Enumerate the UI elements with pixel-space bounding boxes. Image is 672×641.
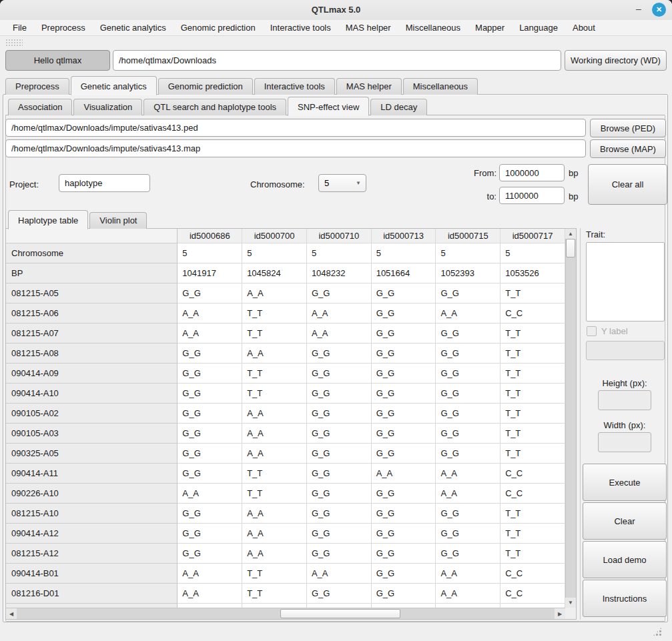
column-header-id5000686[interactable]: id5000686	[178, 229, 242, 243]
table-cell[interactable]: T_T	[500, 384, 565, 404]
table-cell[interactable]: A_A	[242, 344, 307, 364]
table-cell[interactable]: G_G	[178, 504, 242, 524]
hello-button[interactable]: Hello qtlmax	[5, 50, 110, 71]
scroll-left-arrow-icon[interactable]: ◀	[6, 608, 17, 619]
tab-genomic-prediction[interactable]: Genomic prediction	[158, 78, 253, 95]
table-cell[interactable]: G_G	[307, 424, 372, 444]
clear-all-button[interactable]: Clear all	[588, 164, 667, 205]
menu-interactive-tools[interactable]: Interactive tools	[263, 21, 338, 35]
column-header-id5000717[interactable]: id5000717	[500, 229, 565, 243]
table-cell[interactable]: A_A	[178, 564, 242, 584]
table-cell[interactable]: G_G	[178, 464, 242, 484]
table-cell[interactable]: A_A	[436, 464, 500, 484]
table-cell[interactable]: C_C	[500, 584, 565, 604]
table-cell[interactable]: G_G	[307, 404, 372, 424]
table-cell[interactable]: G_G	[372, 384, 436, 404]
table-cell[interactable]: G_G	[307, 384, 372, 404]
column-header-id5000713[interactable]: id5000713	[372, 229, 436, 243]
row-label[interactable]: 081216-D01	[6, 584, 178, 604]
width-px-input[interactable]	[598, 432, 651, 452]
row-label[interactable]: 090414-A09	[6, 364, 178, 384]
table-cell[interactable]: 5	[436, 243, 500, 263]
table-cell[interactable]: G_G	[307, 344, 372, 364]
table-cell[interactable]: G_G	[307, 283, 372, 303]
table-cell[interactable]: G_G	[436, 404, 500, 424]
browse-map-button[interactable]: Browse (MAP)	[590, 139, 666, 158]
table-cell[interactable]: A_A	[178, 303, 242, 324]
browse-ped-button[interactable]: Browse (PED)	[590, 119, 666, 137]
row-label[interactable]: 090414-B01	[6, 564, 178, 584]
table-cell[interactable]: A_A	[307, 564, 372, 584]
instructions-button[interactable]: Instructions	[583, 580, 667, 617]
scroll-down-arrow-icon[interactable]: ▼	[565, 598, 576, 608]
table-cell[interactable]: G_G	[436, 344, 500, 364]
tab-interactive-tools[interactable]: Interactive tools	[254, 78, 335, 95]
table-cell[interactable]: G_G	[372, 283, 436, 303]
row-label[interactable]: 090414-A12	[6, 524, 178, 544]
execute-button[interactable]: Execute	[583, 464, 667, 501]
table-cell[interactable]: A_A	[307, 303, 372, 324]
table-cell[interactable]: A_A	[242, 444, 307, 464]
table-cell[interactable]: G_G	[372, 324, 436, 344]
table-cell[interactable]: G_G	[372, 484, 436, 504]
row-label[interactable]: 081215-A10	[6, 504, 178, 524]
row-label[interactable]: 090105-A02	[6, 404, 178, 424]
row-label[interactable]: Chromosome	[6, 243, 178, 263]
table-cell[interactable]: C_C	[500, 564, 565, 584]
horizontal-scrollbar-thumb[interactable]	[280, 609, 400, 618]
table-cell[interactable]: T_T	[242, 584, 307, 604]
table-cell[interactable]: T_T	[500, 344, 565, 364]
table-cell[interactable]: G_G	[178, 384, 242, 404]
table-cell[interactable]: G_G	[307, 584, 372, 604]
table-cell[interactable]: G_G	[372, 303, 436, 324]
table-cell[interactable]: 1052393	[436, 263, 500, 283]
from-bp-input[interactable]	[499, 164, 565, 181]
table-cell[interactable]: G_G	[372, 444, 436, 464]
table-cell[interactable]: 5	[500, 243, 565, 263]
table-cell[interactable]: A_A	[436, 303, 500, 324]
table-cell[interactable]: G_G	[307, 364, 372, 384]
table-cell[interactable]: T_T	[500, 324, 565, 344]
table-cell[interactable]: 5	[178, 243, 242, 263]
tab-haplotype-table[interactable]: Haplotype table	[8, 210, 88, 229]
vertical-scrollbar-thumb[interactable]	[566, 239, 575, 257]
scroll-up-arrow-icon[interactable]: ▲	[565, 229, 576, 239]
menu-genomic-prediction[interactable]: Genomic prediction	[174, 21, 263, 35]
table-cell[interactable]: A_A	[242, 544, 307, 564]
table-cell[interactable]: T_T	[242, 484, 307, 504]
table-cell[interactable]: G_G	[307, 524, 372, 544]
table-cell[interactable]: G_G	[178, 344, 242, 364]
table-cell[interactable]: G_G	[372, 424, 436, 444]
tab-qtl-search-and-haplotype-tools[interactable]: QTL search and haplotype tools	[143, 99, 286, 115]
close-button[interactable]: ✕	[652, 3, 666, 17]
toolbar-drag-handle[interactable]	[5, 39, 23, 47]
working-directory-input[interactable]	[113, 50, 561, 71]
table-cell[interactable]: C_C	[500, 484, 565, 504]
table-cell[interactable]: T_T	[500, 283, 565, 303]
table-cell[interactable]: T_T	[242, 464, 307, 484]
table-cell[interactable]: T_T	[242, 364, 307, 384]
row-label[interactable]: 081215-A07	[6, 324, 178, 344]
tab-mas-helper[interactable]: MAS helper	[336, 78, 402, 95]
table-cell[interactable]: A_A	[307, 324, 372, 344]
menu-mas-helper[interactable]: MAS helper	[338, 21, 398, 35]
tab-miscellaneous[interactable]: Miscellaneous	[403, 78, 478, 95]
menu-file[interactable]: File	[5, 21, 34, 35]
to-bp-input[interactable]	[499, 187, 565, 204]
table-cell[interactable]: T_T	[242, 324, 307, 344]
table-cell[interactable]: 1053526	[500, 263, 565, 283]
table-cell[interactable]: G_G	[372, 544, 436, 564]
table-cell[interactable]: A_A	[178, 584, 242, 604]
table-cell[interactable]: A_A	[436, 584, 500, 604]
row-label[interactable]: BP	[6, 263, 178, 283]
table-cell[interactable]: C_C	[500, 464, 565, 484]
table-cell[interactable]: T_T	[500, 404, 565, 424]
row-label[interactable]: 090226-A10	[6, 484, 178, 504]
table-cell[interactable]: G_G	[436, 524, 500, 544]
row-label[interactable]: 081215-A08	[6, 344, 178, 364]
column-header-id5000710[interactable]: id5000710	[307, 229, 372, 243]
table-cell[interactable]: A_A	[436, 564, 500, 584]
menu-language[interactable]: Language	[512, 21, 565, 35]
menu-mapper[interactable]: Mapper	[468, 21, 512, 35]
table-cell[interactable]: A_A	[242, 424, 307, 444]
